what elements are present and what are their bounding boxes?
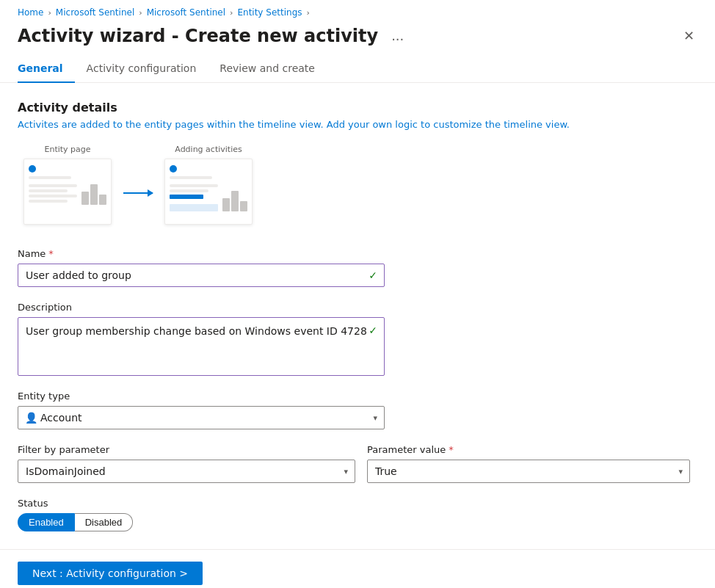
entity-page-col: Entity page: [23, 145, 112, 225]
entity-type-select-wrapper: 👤 Account ▾: [18, 406, 385, 429]
activity-diagram: Entity page: [18, 145, 697, 225]
name-required-star: *: [48, 248, 54, 259]
card-icon-dot: [29, 165, 36, 173]
breadcrumb-home[interactable]: Home: [18, 7, 43, 18]
description-input[interactable]: User group membership change based on Wi…: [18, 317, 385, 376]
filter-select[interactable]: IsDomainJoined: [18, 460, 355, 483]
card-bar-3: [99, 195, 106, 205]
param-required-star: *: [449, 444, 454, 455]
breadcrumb-sep-1: ›: [48, 8, 51, 18]
card-bar-1: [81, 192, 89, 205]
card-icon-dot-2: [170, 165, 177, 173]
adding-activities-label: Adding activities: [175, 145, 242, 154]
tab-activity-config[interactable]: Activity configuration: [75, 55, 208, 83]
filter-select-wrapper: IsDomainJoined ▾: [18, 460, 355, 483]
adding-activities-col: Adding activities: [164, 145, 253, 225]
entity-type-field-group: Entity type 👤 Account ▾: [18, 391, 697, 429]
card-bar-a2: [231, 191, 239, 211]
wizard-title: Activity wizard - Create new activity: [18, 26, 378, 46]
card-line-5: [29, 200, 68, 203]
card-line-a2: [170, 184, 218, 187]
card-line-4: [29, 195, 77, 197]
breadcrumb-sentinel-2[interactable]: Microsoft Sentinel: [147, 7, 225, 18]
activity-details-section: Activity details Activites are added to …: [18, 101, 697, 225]
name-field-group: Name * ✓: [18, 248, 697, 287]
status-toggle: Enabled Disabled: [18, 513, 697, 531]
adding-activities-card: [164, 159, 253, 225]
arrow-line: [123, 192, 153, 194]
card-bar-a3: [240, 201, 247, 211]
description-label: Description: [18, 302, 697, 313]
status-enabled-button[interactable]: Enabled: [18, 513, 75, 531]
param-label: Parameter value *: [367, 444, 690, 455]
description-check-icon: ✓: [369, 324, 377, 336]
card-bar-2: [90, 184, 98, 205]
card-line-3: [29, 189, 68, 192]
card-highlight-row: [170, 204, 218, 211]
name-label: Name *: [18, 248, 697, 259]
status-label: Status: [18, 498, 697, 509]
breadcrumb-entity-settings[interactable]: Entity Settings: [237, 7, 302, 18]
activity-details-subtitle: Activites are added to the entity pages …: [18, 119, 697, 130]
wizard-footer: Next : Activity configuration >: [0, 550, 715, 588]
breadcrumb-sep-2: ›: [139, 8, 142, 18]
name-input[interactable]: [18, 264, 385, 287]
card-line-1: [29, 176, 71, 179]
filter-param-col: Filter by parameter IsDomainJoined ▾: [18, 444, 355, 483]
diagram-arrow: [123, 192, 153, 194]
entity-type-label: Entity type: [18, 391, 697, 402]
next-button[interactable]: Next : Activity configuration >: [18, 562, 203, 585]
card-line-2: [29, 184, 77, 187]
wizard-content: Activity details Activites are added to …: [0, 83, 715, 531]
status-disabled-button[interactable]: Disabled: [75, 513, 134, 531]
wizard-tabs: General Activity configuration Review an…: [0, 55, 715, 83]
card-bar-a1: [222, 198, 230, 211]
activity-details-title: Activity details: [18, 101, 697, 115]
entity-page-card: [23, 159, 112, 225]
card-highlight: [170, 195, 203, 199]
name-input-wrapper: ✓: [18, 264, 385, 287]
wizard-header: Activity wizard - Create new activity ..…: [0, 22, 715, 55]
param-value-select[interactable]: True: [367, 460, 690, 483]
more-options-icon[interactable]: ...: [387, 26, 408, 45]
description-field-group: Description User group membership change…: [18, 302, 697, 376]
entity-type-select[interactable]: Account: [18, 406, 385, 429]
entity-page-label: Entity page: [44, 145, 90, 154]
tab-review-create[interactable]: Review and create: [208, 55, 327, 83]
breadcrumb-sep-3: ›: [230, 8, 233, 18]
card-line-a3: [170, 189, 208, 192]
status-group: Status Enabled Disabled: [18, 498, 697, 531]
filter-label: Filter by parameter: [18, 444, 355, 455]
param-value-col: Parameter value * True ▾: [367, 444, 690, 483]
tab-general[interactable]: General: [18, 55, 75, 83]
param-select-wrapper: True ▾: [367, 460, 690, 483]
breadcrumb: Home › Microsoft Sentinel › Microsoft Se…: [0, 0, 715, 22]
title-row: Activity wizard - Create new activity ..…: [18, 26, 408, 46]
name-check-icon: ✓: [369, 269, 377, 281]
filter-row: Filter by parameter IsDomainJoined ▾ Par…: [18, 444, 697, 483]
breadcrumb-sep-4: ›: [307, 8, 310, 18]
close-button[interactable]: ✕: [680, 25, 697, 46]
breadcrumb-sentinel-1[interactable]: Microsoft Sentinel: [56, 7, 134, 18]
description-textarea-wrapper: User group membership change based on Wi…: [18, 317, 385, 376]
card-line-a1: [170, 176, 212, 179]
